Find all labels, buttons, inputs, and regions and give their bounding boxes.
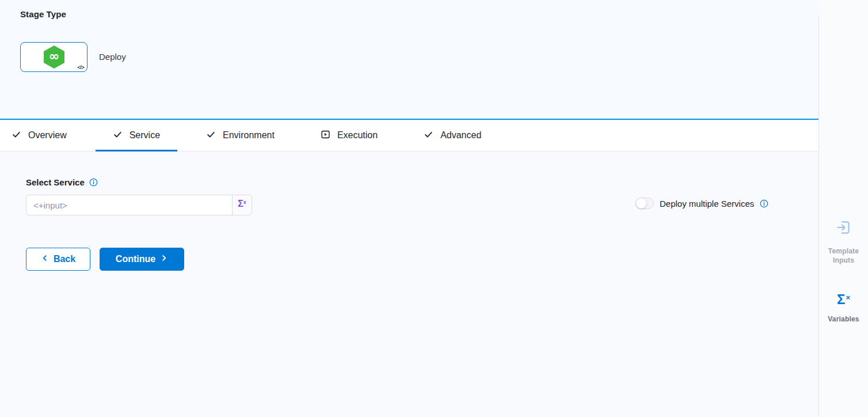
select-service-input-row: Σ x xyxy=(26,195,252,215)
sigma-icon: Σ xyxy=(238,199,243,208)
stage-type-heading: Stage Type xyxy=(20,9,66,19)
template-inputs-button[interactable]: Template Inputs xyxy=(819,219,868,265)
stage-config-panel: Stage Type ∞ </> Deploy Overview Service xyxy=(0,0,818,417)
template-inputs-icon xyxy=(835,219,852,238)
deploy-multiple-services-label: Deploy multiple Services xyxy=(660,199,754,208)
tab-label: Execution xyxy=(337,130,378,141)
stage-tabbar: Overview Service Environment Execution xyxy=(0,120,818,151)
svg-text:∞: ∞ xyxy=(48,49,59,63)
chevron-right-icon xyxy=(160,254,168,264)
check-icon xyxy=(12,130,21,142)
back-button-label: Back xyxy=(54,254,75,264)
tab-label: Environment xyxy=(223,130,275,141)
runtime-input-sigma-button[interactable]: Σ x xyxy=(232,195,252,215)
variables-label: Variables xyxy=(828,314,859,324)
tab-advanced[interactable]: Advanced xyxy=(406,120,498,151)
template-inputs-label: Template Inputs xyxy=(819,247,868,265)
right-utility-sidebar: Template Inputs Σ × Variables xyxy=(818,0,868,417)
back-button[interactable]: Back xyxy=(26,248,90,271)
stage-type-section: Stage Type ∞ </> Deploy xyxy=(0,0,818,120)
tab-label: Advanced xyxy=(440,130,481,141)
execution-play-icon xyxy=(321,130,330,142)
toggle-knob xyxy=(636,198,646,208)
continue-button-label: Continue xyxy=(116,254,155,264)
stage-type-name: Deploy xyxy=(99,52,126,62)
deploy-hexagon-icon: ∞ xyxy=(43,46,65,69)
check-icon xyxy=(206,130,216,142)
tab-service[interactable]: Service xyxy=(96,120,177,151)
select-service-label-row: Select Service xyxy=(26,177,98,187)
chevron-left-icon xyxy=(41,254,49,264)
select-service-input[interactable] xyxy=(26,195,232,215)
tab-label: Service xyxy=(130,130,160,141)
continue-button[interactable]: Continue xyxy=(100,248,184,271)
wizard-buttons-row: Back Continue xyxy=(26,248,184,271)
yaml-code-icon: </> xyxy=(77,65,84,70)
deploy-multiple-services-group: Deploy multiple Services xyxy=(635,198,768,209)
info-icon[interactable] xyxy=(89,178,98,187)
check-icon xyxy=(424,130,433,142)
deploy-multiple-services-toggle[interactable] xyxy=(635,198,654,209)
tab-environment[interactable]: Environment xyxy=(189,120,292,151)
tab-label: Overview xyxy=(28,130,67,141)
info-icon[interactable] xyxy=(760,199,768,208)
check-icon xyxy=(113,130,123,142)
variables-button[interactable]: Σ × Variables xyxy=(819,293,868,324)
deploy-stage-card[interactable]: ∞ </> xyxy=(20,42,87,72)
tab-overview[interactable]: Overview xyxy=(0,120,84,151)
variables-sigma-icon: Σ × xyxy=(837,293,850,306)
service-tab-content: Select Service Σ x Deploy multiple Servi… xyxy=(0,151,818,417)
tab-execution[interactable]: Execution xyxy=(303,120,395,151)
select-service-label: Select Service xyxy=(26,177,85,187)
